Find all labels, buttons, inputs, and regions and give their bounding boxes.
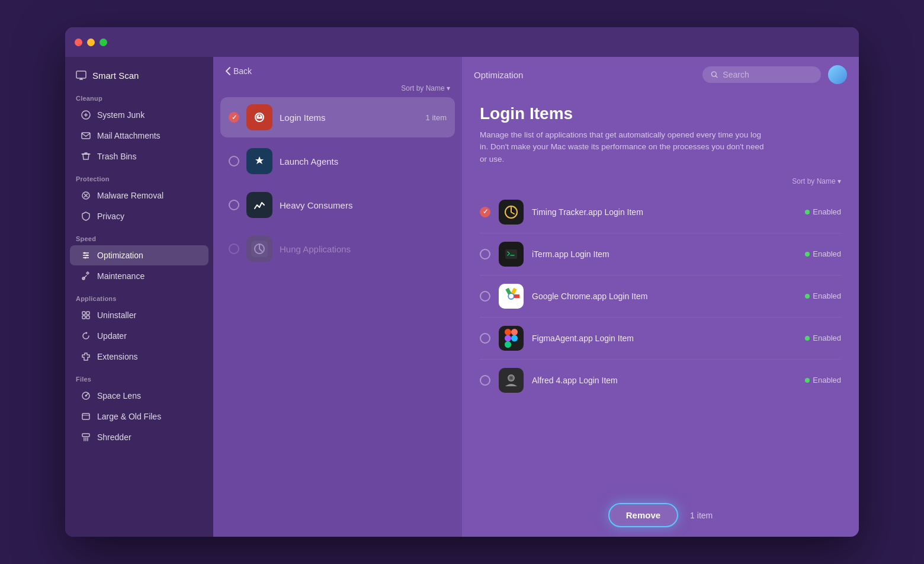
login-item-row[interactable]: iTerm.app Login Item Enabled (480, 233, 841, 275)
svg-rect-36 (511, 329, 518, 335)
search-bar[interactable] (702, 66, 821, 83)
radio-launch-agents[interactable] (229, 156, 239, 166)
svg-rect-30 (505, 249, 517, 259)
timing-tracker-name: Timing Tracker.app Login Item (532, 207, 797, 217)
svg-rect-38 (505, 341, 511, 348)
mail-icon (81, 130, 91, 141)
center-header: Back (213, 66, 462, 84)
svg-rect-15 (82, 316, 85, 319)
figma-agent-status: Enabled (805, 334, 841, 342)
timing-tracker-status: Enabled (805, 207, 841, 216)
optimization-icon (81, 250, 91, 261)
uninstaller-label: Uninstaller (97, 310, 136, 320)
updater-label: Updater (97, 331, 127, 341)
center-list: Login Items 1 item Launch Agents (213, 97, 462, 269)
login-item-row[interactable]: Alfred 4.app Login Item Enabled (480, 360, 841, 401)
remove-item-count: 1 item (690, 511, 713, 520)
svg-point-34 (509, 294, 514, 299)
avatar-button[interactable] (828, 65, 847, 84)
back-button[interactable]: Back (225, 66, 252, 76)
login-item-row[interactable]: Google Chrome.app Login Item Enabled (480, 275, 841, 318)
list-item-launch-agents[interactable]: Launch Agents (220, 141, 455, 181)
right-header: Optimization (462, 57, 859, 92)
radio-figma-agent[interactable] (480, 333, 490, 344)
sidebar-item-optimization[interactable]: Optimization (70, 245, 208, 265)
section-label-protection: Protection (65, 167, 213, 185)
maintenance-label: Maintenance (97, 271, 145, 281)
right-panel: Optimization Login Items Manage the list… (462, 57, 859, 537)
shredder-label: Shredder (97, 432, 131, 442)
sidebar-item-trash-bins[interactable]: Trash Bins (70, 146, 208, 166)
list-item-heavy-consumers[interactable]: Heavy Consumers (220, 185, 455, 225)
radio-login-items[interactable] (229, 112, 239, 123)
login-item-row[interactable]: Timing Tracker.app Login Item Enabled (480, 191, 841, 233)
sidebar-item-privacy[interactable]: Privacy (70, 206, 208, 226)
radio-timing-tracker[interactable] (480, 207, 490, 217)
login-item-row[interactable]: FigmaAgent.app Login Item Enabled (480, 318, 841, 360)
list-item-hung-applications[interactable]: Hung Applications (220, 229, 455, 269)
optimization-label: Optimization (97, 251, 143, 260)
figma-agent-name: FigmaAgent.app Login Item (532, 334, 797, 343)
sidebar-item-malware-removal[interactable]: Malware Removal (70, 185, 208, 206)
sidebar-item-large-old-files[interactable]: Large & Old Files (70, 406, 208, 427)
sidebar-item-smart-scan[interactable]: Smart Scan (65, 64, 213, 86)
smart-scan-icon (76, 70, 86, 81)
page-title: Login Items (480, 104, 841, 123)
radio-heavy-consumers[interactable] (229, 200, 239, 210)
center-sort-bar[interactable]: Sort by Name ▾ (213, 84, 462, 97)
launch-agents-icon (246, 148, 272, 174)
minimize-button[interactable] (87, 39, 95, 46)
titlebar (65, 27, 859, 57)
sidebar-item-uninstaller[interactable]: Uninstaller (70, 305, 208, 325)
privacy-icon (81, 211, 91, 222)
sidebar-item-mail-attachments[interactable]: Mail Attachments (70, 126, 208, 146)
sidebar-item-system-junk[interactable]: System Junk (70, 105, 208, 125)
svg-rect-23 (251, 197, 268, 213)
hung-applications-name: Hung Applications (280, 244, 447, 254)
hung-applications-icon (246, 236, 272, 262)
sidebar-item-maintenance[interactable]: Maintenance (70, 266, 208, 286)
sidebar-item-updater[interactable]: Updater (70, 326, 208, 346)
privacy-label: Privacy (97, 212, 124, 221)
heavy-consumers-name: Heavy Consumers (280, 200, 447, 210)
svg-rect-14 (86, 312, 89, 315)
heavy-consumers-icon (246, 192, 272, 218)
right-content: Login Items Manage the list of applicati… (462, 92, 859, 494)
radio-hung-applications[interactable] (229, 243, 239, 254)
radio-google-chrome[interactable] (480, 291, 490, 302)
radio-alfred[interactable] (480, 375, 490, 386)
close-button[interactable] (75, 39, 82, 46)
figma-agent-icon (499, 326, 524, 351)
section-label-files: Files (65, 367, 213, 385)
extensions-icon (81, 351, 91, 362)
search-input[interactable] (723, 70, 813, 79)
space-lens-icon (81, 390, 91, 401)
remove-button[interactable]: Remove (608, 503, 678, 527)
sidebar-item-shredder[interactable]: Shredder (70, 427, 208, 447)
svg-point-10 (86, 255, 88, 257)
space-lens-label: Space Lens (97, 391, 141, 400)
list-item-login-items[interactable]: Login Items 1 item (220, 97, 455, 137)
alfred-status: Enabled (805, 376, 841, 384)
app-window: Smart Scan Cleanup System Junk (65, 27, 859, 537)
main-content: Smart Scan Cleanup System Junk (65, 57, 859, 537)
svg-rect-16 (86, 316, 89, 319)
iterm-icon (499, 242, 524, 267)
svg-rect-13 (82, 312, 85, 315)
svg-rect-37 (505, 335, 511, 341)
sidebar-item-space-lens[interactable]: Space Lens (70, 386, 208, 406)
svg-rect-39 (511, 335, 518, 341)
section-label-cleanup: Cleanup (65, 86, 213, 104)
mail-attachments-label: Mail Attachments (97, 131, 161, 140)
google-chrome-icon (499, 284, 524, 309)
updater-icon (81, 331, 91, 341)
svg-rect-19 (82, 414, 89, 419)
radio-iterm[interactable] (480, 249, 490, 259)
svg-point-9 (84, 252, 86, 254)
maximize-button[interactable] (100, 39, 107, 46)
iterm-name: iTerm.app Login Item (532, 249, 797, 259)
right-sort-bar[interactable]: Sort by Name ▾ (480, 177, 841, 185)
sidebar-item-extensions[interactable]: Extensions (70, 347, 208, 367)
svg-rect-4 (82, 133, 90, 139)
search-icon (711, 70, 718, 79)
